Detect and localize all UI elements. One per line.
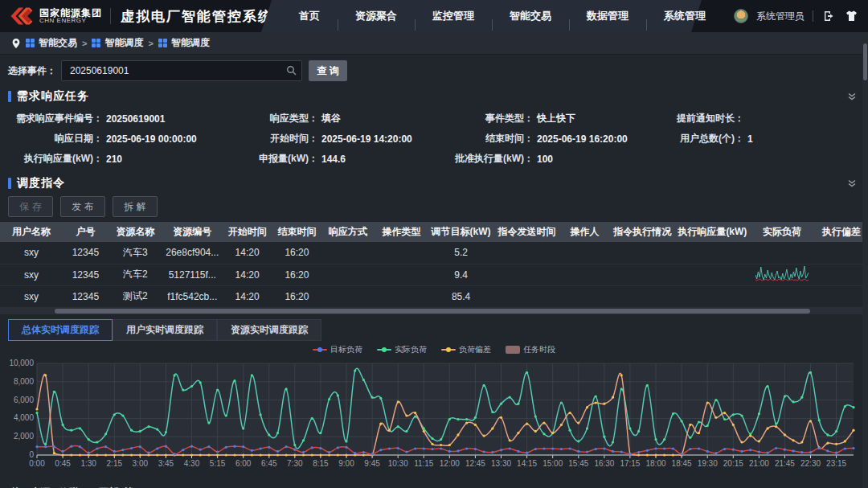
svg-text:3:00: 3:00: [133, 459, 149, 468]
logout-icon[interactable]: [821, 9, 836, 23]
realtime-dispatch-chart: 0:000:451:302:153:003:454:305:156:006:45…: [8, 357, 860, 482]
task-field-7: 结束时间：2025-06-19 16:20:00: [439, 129, 649, 149]
query-button[interactable]: 查 询: [309, 60, 347, 81]
demand-response-fields: 需求响应事件编号：20250619001响应类型：填谷事件类型：快上快下提前通知…: [8, 109, 860, 169]
cell: [749, 242, 815, 264]
scrollbar-thumb[interactable]: [863, 43, 867, 80]
svg-text:6:45: 6:45: [261, 459, 277, 468]
task-field-5: 响应日期：2025-06-19 00:00:00: [8, 129, 223, 149]
collapse-chevron-icon[interactable]: [847, 177, 857, 191]
svg-text:5:15: 5:15: [210, 459, 226, 468]
breadcrumb-label: 智能调度: [171, 36, 210, 50]
section-accent-bar: [8, 178, 11, 189]
save-button[interactable]: 保 存: [8, 196, 53, 217]
field-value: 快上快下: [537, 112, 575, 125]
actual-load-cell: [749, 264, 815, 285]
cell: 汽车2: [108, 264, 163, 285]
svg-text:6:00: 6:00: [235, 459, 252, 468]
cell: [560, 264, 608, 285]
svg-text:18:00: 18:00: [645, 459, 665, 468]
dispatch-buttons-row: 保 存发 布拆 解: [8, 196, 860, 217]
breadcrumb-item-1[interactable]: 智能交易: [26, 36, 77, 50]
publish-button[interactable]: 发 布: [60, 196, 105, 217]
column-header-7: 响应方式: [321, 222, 375, 242]
svg-text:21:45: 21:45: [775, 459, 795, 468]
dispatch-table: 用户名称户号资源名称资源编号开始时间结束时间响应方式操作类型调节目标(kW)指令…: [0, 222, 868, 308]
legend-line-marker: [441, 349, 456, 351]
brand-block: 国家能源集团 CHN ENERGY: [39, 8, 111, 25]
nav-item-4[interactable]: 智能交易: [492, 9, 569, 23]
field-value: 2025-06-19 14:20:00: [321, 133, 412, 145]
column-header-14: 实际负荷: [749, 222, 815, 242]
cell: 16:20: [272, 242, 321, 264]
legend-item-4[interactable]: 任务时段: [506, 344, 555, 355]
cell: 26e8cf904...: [162, 242, 222, 264]
chn-energy-logo: [10, 6, 34, 27]
column-header-6: 结束时间: [272, 222, 321, 242]
breadcrumb-item-3[interactable]: 智能调度: [158, 36, 210, 50]
tab-user-tracking[interactable]: 用户实时调度跟踪: [113, 319, 217, 341]
section-accent-bar: [8, 91, 11, 102]
legend-item-3[interactable]: 负荷偏差: [441, 344, 491, 355]
table-row[interactable]: sxy12345汽车326e8cf904...14:2016:205.2: [0, 242, 868, 264]
task-field-2: 响应类型：填谷: [223, 109, 439, 129]
column-header-9: 调节目标(kW): [428, 222, 493, 242]
legend-item-2[interactable]: 实际负荷: [377, 344, 427, 355]
cell: [493, 264, 560, 285]
tab-resource-tracking[interactable]: 资源实时调度跟踪: [217, 319, 321, 341]
nav-item-2[interactable]: 资源聚合: [338, 9, 415, 23]
cell: f1fc542cb...: [162, 285, 222, 307]
cell: [321, 264, 375, 285]
column-header-2: 户号: [63, 222, 108, 242]
column-header-8: 操作类型: [375, 222, 429, 242]
theme-skin-icon[interactable]: [844, 9, 858, 23]
task-field-12: [649, 149, 860, 169]
nav-item-1[interactable]: 首页: [281, 9, 338, 23]
field-label: 开始时间：: [223, 132, 318, 146]
column-header-1: 用户名称: [0, 222, 63, 242]
page-vertical-scrollbar[interactable]: [862, 34, 868, 488]
nav-item-3[interactable]: 监控管理: [415, 9, 492, 23]
menu-grid-icon: [158, 39, 167, 47]
event-select-input[interactable]: [61, 60, 302, 81]
tab-overall-tracking[interactable]: 总体实时调度跟踪: [8, 319, 113, 341]
dispatch-section-title: 调度指令: [17, 176, 65, 191]
username-label: 系统管理员: [756, 10, 805, 23]
svg-text:9:45: 9:45: [364, 459, 380, 468]
field-value: 填谷: [321, 112, 341, 125]
legend-label: 实际负荷: [395, 344, 427, 355]
collapse-chevron-icon[interactable]: [847, 90, 857, 105]
svg-text:12:45: 12:45: [465, 459, 485, 468]
nav-item-5[interactable]: 数据管理: [569, 9, 646, 23]
legend-item-1[interactable]: 目标负荷: [313, 344, 362, 355]
cell: 85.4: [428, 285, 493, 307]
task-field-8: 用户总数(个)：1: [649, 129, 860, 149]
svg-text:14:15: 14:15: [517, 459, 537, 468]
disassemble-button[interactable]: 拆 解: [113, 196, 158, 217]
cell: 12345: [63, 242, 108, 264]
nav-item-6[interactable]: 系统管理: [646, 9, 723, 23]
cell: [815, 242, 868, 264]
cell: [375, 285, 429, 307]
app-header: 国家能源集团 CHN ENERGY 虚拟电厂智能管控系统 首页资源聚合监控管理智…: [0, 0, 868, 32]
scrollbar-thumb[interactable]: [55, 309, 810, 314]
cell: 14:20: [222, 264, 272, 285]
svg-text:4,000: 4,000: [14, 413, 34, 422]
column-header-12: 指令执行情况: [609, 222, 676, 242]
avatar[interactable]: [734, 9, 748, 23]
cell: [815, 285, 868, 307]
search-icon[interactable]: [286, 65, 297, 76]
header-divider: [813, 10, 813, 22]
svg-text:15:45: 15:45: [568, 459, 588, 468]
table-row[interactable]: sxy12345测试2f1fc542cb...14:2016:2085.4: [0, 285, 868, 307]
table-row[interactable]: sxy12345汽车25127115f...14:2016:209.4: [0, 264, 868, 285]
table-horizontal-scrollbar[interactable]: [0, 308, 868, 314]
task-field-3: 事件类型：快上快下: [439, 109, 649, 129]
breadcrumb-item-2[interactable]: 智能调度: [92, 36, 143, 50]
cell: [609, 242, 676, 264]
brand-name-en: CHN ENERGY: [39, 18, 102, 24]
legend-label: 负荷偏差: [459, 344, 491, 355]
svg-text:8,000: 8,000: [14, 376, 34, 385]
legend-band-swatch: [506, 346, 520, 354]
legend-line-marker: [377, 349, 391, 351]
